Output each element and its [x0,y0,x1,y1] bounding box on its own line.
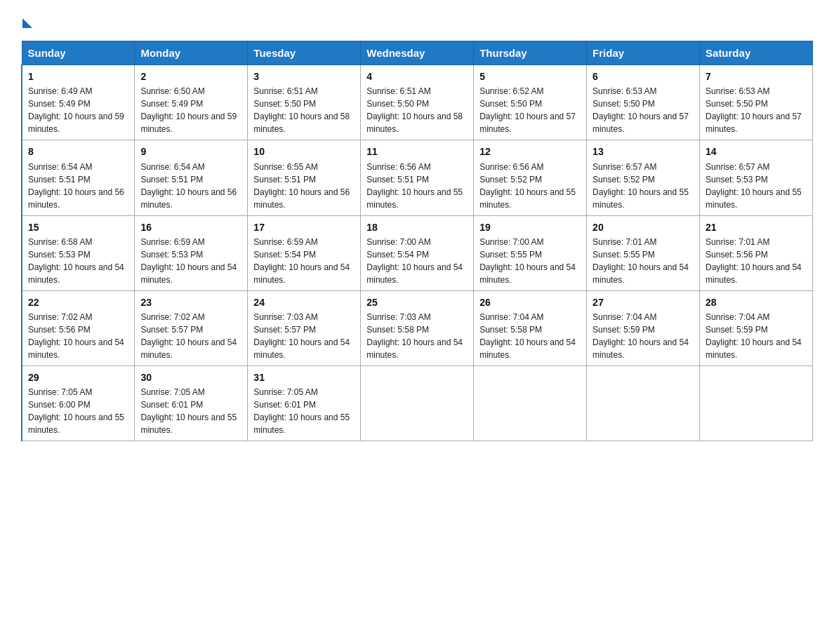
logo [21,14,32,28]
day-info: Sunrise: 7:02 AMSunset: 5:57 PMDaylight:… [140,311,241,361]
day-info: Sunrise: 6:52 AMSunset: 5:50 PMDaylight:… [479,85,581,135]
calendar-week-4: 22Sunrise: 7:02 AMSunset: 5:56 PMDayligh… [22,290,813,365]
day-number: 31 [253,370,355,384]
calendar-cell: 31Sunrise: 7:05 AMSunset: 6:01 PMDayligh… [248,366,361,441]
day-info: Sunrise: 6:53 AMSunset: 5:50 PMDaylight:… [706,85,807,135]
day-info: Sunrise: 6:49 AMSunset: 5:49 PMDaylight:… [28,85,128,135]
day-info: Sunrise: 7:05 AMSunset: 6:01 PMDaylight:… [253,386,355,436]
day-info: Sunrise: 6:54 AMSunset: 5:51 PMDaylight:… [140,161,241,211]
calendar-cell: 25Sunrise: 7:03 AMSunset: 5:58 PMDayligh… [361,290,474,365]
day-number: 17 [253,220,355,234]
logo-arrow-icon [22,18,32,28]
day-info: Sunrise: 7:00 AMSunset: 5:54 PMDaylight:… [366,236,468,286]
day-info: Sunrise: 7:02 AMSunset: 5:56 PMDaylight:… [28,311,128,361]
day-number: 5 [479,69,581,83]
calendar-cell: 14Sunrise: 6:57 AMSunset: 5:53 PMDayligh… [700,140,813,215]
day-info: Sunrise: 6:53 AMSunset: 5:50 PMDaylight:… [593,85,694,135]
day-number: 1 [28,69,128,83]
day-info: Sunrise: 6:57 AMSunset: 5:53 PMDaylight:… [706,161,807,211]
day-number: 14 [706,145,807,159]
calendar-cell: 7Sunrise: 6:53 AMSunset: 5:50 PMDaylight… [700,65,813,140]
calendar-cell: 10Sunrise: 6:55 AMSunset: 5:51 PMDayligh… [248,140,361,215]
day-info: Sunrise: 6:55 AMSunset: 5:51 PMDaylight:… [253,161,355,211]
day-info: Sunrise: 6:58 AMSunset: 5:53 PMDaylight:… [28,236,128,286]
day-number: 13 [593,145,694,159]
calendar-cell [587,366,700,441]
day-info: Sunrise: 6:54 AMSunset: 5:51 PMDaylight:… [28,161,128,211]
day-number: 18 [366,220,468,234]
calendar-cell: 13Sunrise: 6:57 AMSunset: 5:52 PMDayligh… [587,140,700,215]
calendar-cell: 26Sunrise: 7:04 AMSunset: 5:58 PMDayligh… [474,290,587,365]
day-number: 24 [253,295,355,309]
calendar-cell: 9Sunrise: 6:54 AMSunset: 5:51 PMDaylight… [135,140,248,215]
day-number: 12 [479,145,581,159]
day-number: 27 [593,295,694,309]
calendar-cell: 1Sunrise: 6:49 AMSunset: 5:49 PMDaylight… [22,65,135,140]
calendar-cell: 4Sunrise: 6:51 AMSunset: 5:50 PMDaylight… [361,65,474,140]
day-number: 26 [479,295,581,309]
calendar-cell [361,366,474,441]
calendar-cell: 23Sunrise: 7:02 AMSunset: 5:57 PMDayligh… [135,290,248,365]
day-number: 28 [706,295,807,309]
day-info: Sunrise: 7:01 AMSunset: 5:55 PMDaylight:… [593,236,694,286]
calendar-cell [474,366,587,441]
calendar-week-2: 8Sunrise: 6:54 AMSunset: 5:51 PMDaylight… [22,140,813,215]
day-number: 21 [706,220,807,234]
calendar-cell: 12Sunrise: 6:56 AMSunset: 5:52 PMDayligh… [474,140,587,215]
calendar-cell: 8Sunrise: 6:54 AMSunset: 5:51 PMDaylight… [22,140,135,215]
day-info: Sunrise: 7:04 AMSunset: 5:58 PMDaylight:… [479,311,581,361]
calendar-cell: 18Sunrise: 7:00 AMSunset: 5:54 PMDayligh… [361,215,474,290]
calendar-week-3: 15Sunrise: 6:58 AMSunset: 5:53 PMDayligh… [22,215,813,290]
day-info: Sunrise: 7:04 AMSunset: 5:59 PMDaylight:… [706,311,807,361]
day-number: 29 [28,370,128,384]
day-number: 7 [706,69,807,83]
column-header-sunday: Sunday [22,41,135,65]
calendar-week-1: 1Sunrise: 6:49 AMSunset: 5:49 PMDaylight… [22,65,813,140]
day-info: Sunrise: 7:05 AMSunset: 6:01 PMDaylight:… [140,386,241,436]
day-number: 30 [140,370,241,384]
day-info: Sunrise: 6:57 AMSunset: 5:52 PMDaylight:… [593,161,694,211]
calendar-cell: 3Sunrise: 6:51 AMSunset: 5:50 PMDaylight… [248,65,361,140]
calendar-cell: 24Sunrise: 7:03 AMSunset: 5:57 PMDayligh… [248,290,361,365]
column-header-thursday: Thursday [474,41,587,65]
calendar-cell: 27Sunrise: 7:04 AMSunset: 5:59 PMDayligh… [587,290,700,365]
calendar-cell: 6Sunrise: 6:53 AMSunset: 5:50 PMDaylight… [587,65,700,140]
column-header-saturday: Saturday [700,41,813,65]
day-number: 19 [479,220,581,234]
day-number: 22 [28,295,128,309]
day-info: Sunrise: 6:59 AMSunset: 5:53 PMDaylight:… [140,236,241,286]
day-number: 16 [140,220,241,234]
calendar-cell: 2Sunrise: 6:50 AMSunset: 5:49 PMDaylight… [135,65,248,140]
calendar-week-5: 29Sunrise: 7:05 AMSunset: 6:00 PMDayligh… [22,366,813,441]
day-info: Sunrise: 6:56 AMSunset: 5:51 PMDaylight:… [366,161,468,211]
calendar-table: SundayMondayTuesdayWednesdayThursdayFrid… [21,41,813,441]
calendar-cell: 11Sunrise: 6:56 AMSunset: 5:51 PMDayligh… [361,140,474,215]
day-number: 8 [28,145,128,159]
day-number: 4 [366,69,468,83]
day-info: Sunrise: 7:04 AMSunset: 5:59 PMDaylight:… [593,311,694,361]
calendar-cell: 20Sunrise: 7:01 AMSunset: 5:55 PMDayligh… [587,215,700,290]
day-number: 6 [593,69,694,83]
calendar-cell [700,366,813,441]
day-info: Sunrise: 6:51 AMSunset: 5:50 PMDaylight:… [253,85,355,135]
column-header-wednesday: Wednesday [361,41,474,65]
day-number: 2 [140,69,241,83]
calendar-cell: 22Sunrise: 7:02 AMSunset: 5:56 PMDayligh… [22,290,135,365]
column-header-monday: Monday [135,41,248,65]
day-number: 25 [366,295,468,309]
day-info: Sunrise: 7:00 AMSunset: 5:55 PMDaylight:… [479,236,581,286]
day-info: Sunrise: 6:51 AMSunset: 5:50 PMDaylight:… [366,85,468,135]
day-number: 11 [366,145,468,159]
day-info: Sunrise: 6:56 AMSunset: 5:52 PMDaylight:… [479,161,581,211]
day-info: Sunrise: 7:05 AMSunset: 6:00 PMDaylight:… [28,386,128,436]
column-header-friday: Friday [587,41,700,65]
day-number: 23 [140,295,241,309]
calendar-cell: 17Sunrise: 6:59 AMSunset: 5:54 PMDayligh… [248,215,361,290]
calendar-cell: 19Sunrise: 7:00 AMSunset: 5:55 PMDayligh… [474,215,587,290]
day-number: 15 [28,220,128,234]
calendar-cell: 29Sunrise: 7:05 AMSunset: 6:00 PMDayligh… [22,366,135,441]
calendar-cell: 28Sunrise: 7:04 AMSunset: 5:59 PMDayligh… [700,290,813,365]
calendar-header-row: SundayMondayTuesdayWednesdayThursdayFrid… [22,41,813,65]
day-number: 9 [140,145,241,159]
calendar-cell: 5Sunrise: 6:52 AMSunset: 5:50 PMDaylight… [474,65,587,140]
